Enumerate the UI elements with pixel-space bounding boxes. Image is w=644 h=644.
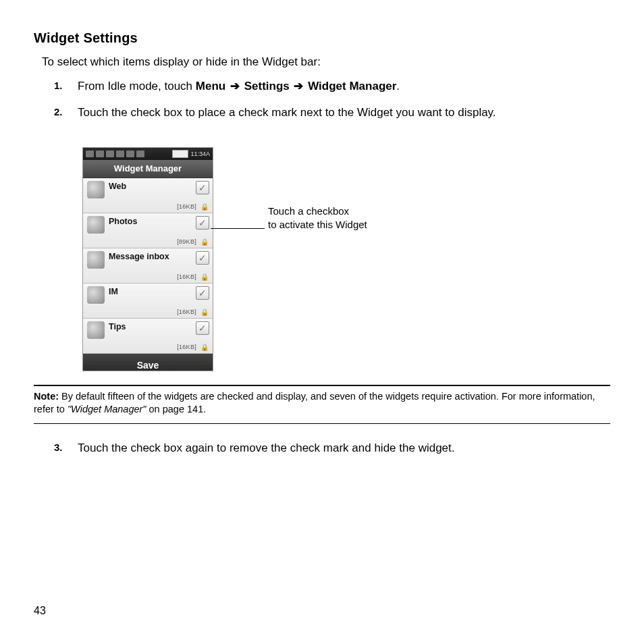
signal-icon bbox=[86, 151, 94, 157]
widget-manager-label: Widget Manager bbox=[308, 80, 396, 92]
widget-row-tips[interactable]: Tips ✓ [16KB] 🔒 bbox=[83, 319, 213, 354]
note-reference: "Widget Manager" bbox=[68, 404, 146, 414]
battery-icon bbox=[172, 150, 188, 158]
envelope-icon bbox=[87, 251, 105, 269]
status-right: 11:34A bbox=[172, 150, 210, 158]
widget-meta: [16KB] 🔒 bbox=[177, 308, 209, 316]
tips-icon bbox=[87, 321, 105, 339]
lock-icon: 🔒 bbox=[200, 238, 209, 246]
callout-line2: to activate this Widget bbox=[268, 219, 367, 230]
note-block: Note: By default fifteen of the widgets … bbox=[34, 390, 610, 421]
widget-size: [89KB] bbox=[177, 238, 196, 245]
widget-row-web[interactable]: Web ✓ [16KB] 🔒 bbox=[83, 178, 213, 213]
arrow-icon: ➔ bbox=[294, 77, 303, 97]
widget-row-im[interactable]: IM ✓ [16KB] 🔒 bbox=[83, 284, 213, 319]
status-icon bbox=[106, 151, 114, 157]
widget-label: Web bbox=[109, 182, 126, 191]
step-1: From Idle mode, touch Menu ➔ Settings ➔ … bbox=[54, 77, 610, 97]
checkbox[interactable]: ✓ bbox=[196, 251, 209, 265]
status-icons bbox=[86, 151, 144, 157]
widget-label: IM bbox=[109, 287, 118, 296]
note-body-b: on page 141. bbox=[146, 404, 207, 414]
globe-icon bbox=[87, 181, 105, 198]
settings-label: Settings bbox=[244, 80, 290, 92]
callout-text: Touch a checkbox to activate this Widget bbox=[268, 205, 367, 232]
save-button[interactable]: Save bbox=[83, 354, 213, 371]
steps-list: From Idle mode, touch Menu ➔ Settings ➔ … bbox=[54, 77, 610, 123]
step-2: Touch the check box to place a check mar… bbox=[54, 103, 610, 123]
widget-meta: [89KB] 🔒 bbox=[177, 238, 209, 246]
widget-size: [16KB] bbox=[177, 203, 196, 210]
menu-label: Menu bbox=[196, 80, 225, 92]
checkbox[interactable]: ✓ bbox=[196, 321, 209, 335]
lock-icon: 🔒 bbox=[200, 273, 209, 281]
status-bar: 11:34A bbox=[83, 148, 213, 160]
widget-row-photos[interactable]: Photos ✓ [89KB] 🔒 bbox=[83, 213, 213, 248]
steps-list-continued: Touch the check box again to remove the … bbox=[54, 439, 610, 458]
section-heading: Widget Settings bbox=[34, 30, 610, 46]
widget-meta: [16KB] 🔒 bbox=[177, 344, 209, 351]
arrow-icon: ➔ bbox=[230, 77, 240, 97]
widget-meta: [16KB] 🔒 bbox=[177, 203, 209, 211]
note-bottom-rule bbox=[34, 423, 610, 424]
lock-icon: 🔒 bbox=[200, 344, 209, 351]
note-top-rule bbox=[34, 385, 610, 386]
manual-page: Widget Settings To select which items di… bbox=[0, 0, 644, 644]
status-icon bbox=[96, 151, 104, 157]
checkbox[interactable]: ✓ bbox=[196, 286, 209, 300]
widget-size: [16KB] bbox=[177, 344, 196, 350]
checkbox[interactable]: ✓ bbox=[196, 216, 209, 230]
note-label: Note: bbox=[34, 391, 59, 402]
page-number: 43 bbox=[34, 605, 46, 617]
step-1-prefix: From Idle mode, touch bbox=[78, 80, 196, 92]
widget-row-message-inbox[interactable]: Message inbox ✓ [16KB] 🔒 bbox=[83, 248, 213, 284]
status-icon bbox=[136, 151, 144, 157]
phone-screenshot: 11:34A Widget Manager Web ✓ [16KB] 🔒 Pho… bbox=[82, 147, 213, 371]
checkbox[interactable]: ✓ bbox=[196, 181, 209, 194]
status-icon bbox=[116, 151, 124, 157]
callout-line bbox=[211, 228, 265, 229]
lock-icon: 🔒 bbox=[200, 203, 209, 211]
widget-size: [16KB] bbox=[177, 273, 196, 280]
widget-meta: [16KB] 🔒 bbox=[177, 273, 209, 281]
photo-icon bbox=[87, 216, 105, 234]
widget-size: [16KB] bbox=[177, 308, 196, 315]
intro-text: To select which items display or hide in… bbox=[42, 55, 610, 69]
step-3: Touch the check box again to remove the … bbox=[54, 439, 610, 458]
lock-icon: 🔒 bbox=[200, 308, 209, 316]
status-time: 11:34A bbox=[190, 151, 210, 157]
chat-icon bbox=[87, 286, 105, 304]
phone-title: Widget Manager bbox=[83, 160, 213, 178]
period: . bbox=[396, 80, 400, 92]
widget-label: Photos bbox=[109, 217, 137, 226]
status-icon bbox=[126, 151, 134, 157]
figure: 11:34A Widget Manager Web ✓ [16KB] 🔒 Pho… bbox=[82, 147, 610, 370]
widget-label: Tips bbox=[109, 322, 126, 331]
widget-list: Web ✓ [16KB] 🔒 Photos ✓ [89KB] 🔒 bbox=[83, 178, 213, 354]
callout-line1: Touch a checkbox bbox=[268, 205, 349, 217]
widget-label: Message inbox bbox=[109, 252, 169, 261]
